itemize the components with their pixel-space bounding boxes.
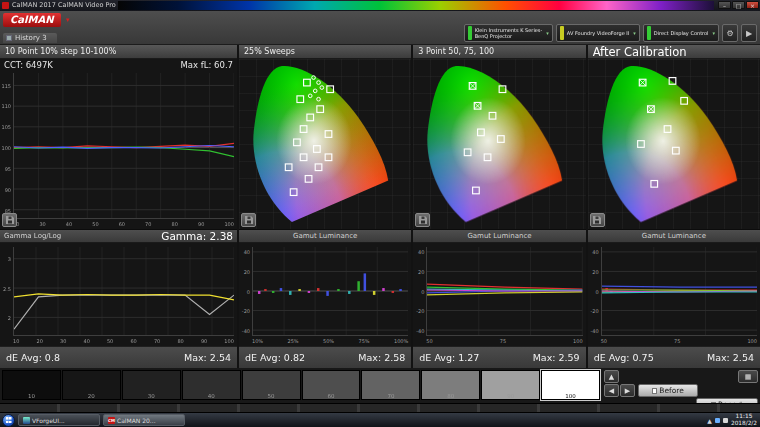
meter-dropdown[interactable]: Klein Instruments K Series- BenQ Project… <box>464 24 553 42</box>
luminance-plot <box>427 247 582 335</box>
cie-chart-area <box>588 59 760 230</box>
panel-3-point: 3 Point 50, 75, 100 Gamut Luminance 4020… <box>413 45 585 368</box>
app-label: CalMAN 20... <box>117 417 156 424</box>
pattern-tile-label: 20 <box>63 393 120 399</box>
y-axis-labels: 40200-20-40 <box>239 247 251 336</box>
axis-tick: -40 <box>590 328 598 334</box>
axis-tick: 50 <box>92 221 98 228</box>
axis-tick: 90 <box>198 221 204 228</box>
axis-tick: 100 <box>573 338 583 345</box>
de-max: Max: 2.59 <box>533 352 580 363</box>
volume-icon[interactable] <box>723 418 728 423</box>
sub-title: Gamut Luminance <box>467 232 531 240</box>
save-chart-button[interactable] <box>415 213 430 227</box>
windows-taskbar: VForgeUI... CM CalMAN 20... ▲ 11:15 2018… <box>0 412 760 427</box>
vforge-app-icon <box>23 417 30 424</box>
window-controls: – □ × <box>718 1 759 9</box>
pattern-tile-label: 80 <box>422 393 479 399</box>
pattern-tile[interactable]: 90 <box>481 370 540 400</box>
plot-area <box>252 247 408 336</box>
pattern-tile-label: 40 <box>183 393 240 399</box>
network-icon[interactable] <box>715 418 720 423</box>
x-axis-labels: 5075100 <box>426 338 582 345</box>
before-label: Before <box>659 386 684 395</box>
gamma-header: Gamma Log/Log <box>4 232 61 240</box>
pattern-tile[interactable]: 60 <box>302 370 361 400</box>
save-chart-button[interactable] <box>2 213 17 227</box>
axis-tick: 115 <box>1 83 11 89</box>
pattern-tile[interactable]: 50 <box>242 370 301 400</box>
pattern-tile[interactable]: 70 <box>361 370 420 400</box>
axis-tick: 50 <box>426 338 432 345</box>
axis-tick: 70 <box>154 338 160 345</box>
calman-logo[interactable]: CalMAN <box>3 13 61 27</box>
gamma-header-bar: Gamma Log/Log Gamma: 2.38 <box>0 230 237 243</box>
hidden-icons-chevron[interactable]: ▲ <box>707 417 712 424</box>
pattern-tile[interactable]: 30 <box>122 370 181 400</box>
cie-1931-diagram <box>590 61 758 227</box>
chart-readouts: CCT: 6497K Max fL: 60.7 <box>4 60 233 70</box>
pattern-tile[interactable]: 100 <box>541 370 600 400</box>
pattern-tile[interactable]: 20 <box>62 370 121 400</box>
maximize-button[interactable]: □ <box>732 1 745 9</box>
forward-arrow-button[interactable]: ▶ <box>620 384 635 397</box>
axis-tick: 20 <box>244 269 250 275</box>
minimize-button[interactable]: – <box>718 1 731 9</box>
axis-tick: 80 <box>177 338 183 345</box>
chevron-down-icon: ▾ <box>546 30 549 36</box>
display-dropdown[interactable]: Direct Display Control ▾ <box>643 24 719 42</box>
y-axis-labels: 115110105100959085 <box>0 73 12 219</box>
axis-tick: -20 <box>416 308 424 314</box>
axis-tick: 10% <box>252 338 263 345</box>
tab-history-3[interactable]: History 3 <box>3 33 57 43</box>
cie-chart-area <box>239 59 411 230</box>
pattern-tile-label: 10 <box>3 393 60 399</box>
back-arrow-button[interactable]: ◀ <box>604 384 619 397</box>
gamma-value: Gamma: 2.38 <box>161 230 233 242</box>
panel-25-sweeps: 25% Sweeps Gamut Luminance 40200-20-40 <box>239 45 411 368</box>
pattern-tile[interactable]: 80 <box>421 370 480 400</box>
y-axis-labels: 40200-20-40 <box>588 247 600 336</box>
axis-tick: 40 <box>244 249 250 255</box>
floppy-disk-icon <box>5 215 15 225</box>
gamma-chart: 32.52 102030405060708090100 <box>0 243 237 346</box>
de-max: Max: 2.58 <box>358 352 405 363</box>
axis-tick: 75% <box>359 338 370 345</box>
save-chart-button[interactable] <box>241 213 256 227</box>
before-button[interactable]: Before <box>638 384 698 397</box>
save-chart-button[interactable] <box>590 213 605 227</box>
pattern-grid-button[interactable]: ▦ <box>738 370 758 383</box>
settings-gear-button[interactable]: ⚙ <box>722 24 738 42</box>
chevron-down-icon: ▾ <box>712 30 715 36</box>
pattern-tile[interactable]: 40 <box>182 370 241 400</box>
taskbar-clock[interactable]: 11:15 2018/2/2 <box>731 413 757 427</box>
pattern-tile[interactable]: 10 <box>2 370 61 400</box>
de-avg: dE Avg: 0.82 <box>245 352 305 363</box>
source-line1: AV Foundry VideoForge II <box>567 30 630 36</box>
layout-icon <box>6 35 12 41</box>
max-fl-value: Max fL: 60.7 <box>181 60 234 70</box>
axis-tick: 60 <box>119 221 125 228</box>
pattern-tile-label: 30 <box>123 393 180 399</box>
gamut-luminance-header: Gamut Luminance <box>413 230 585 243</box>
logo-dropdown-icon[interactable]: ▾ <box>66 16 70 24</box>
axis-tick: 75 <box>674 338 680 345</box>
axis-tick: 10 <box>13 338 19 345</box>
taskbar-app-calman[interactable]: CM CalMAN 20... <box>103 414 185 426</box>
system-tray: ▲ 11:15 2018/2/2 <box>707 413 760 427</box>
axis-tick: 80 <box>172 221 178 228</box>
clock-time: 11:15 <box>731 413 757 420</box>
close-button[interactable]: × <box>746 1 759 9</box>
layout-panels: 10 Point 10% step 10-100% CCT: 6497K Max… <box>0 45 760 368</box>
de-avg: dE Avg: 0.75 <box>594 352 654 363</box>
start-button[interactable] <box>2 414 15 427</box>
taskbar-app-vforgeui[interactable]: VForgeUI... <box>18 414 100 426</box>
advance-button[interactable]: ▶ <box>741 24 757 42</box>
source-dropdown[interactable]: AV Foundry VideoForge II ▾ <box>556 24 640 42</box>
de-avg: dE Avg: 1.27 <box>419 352 479 363</box>
panel-title: 25% Sweeps <box>244 47 295 56</box>
axis-tick: 40 <box>66 221 72 228</box>
grayscale-pattern-strip: 102030405060708090100 <box>2 370 600 400</box>
up-arrow-button[interactable]: ▲ <box>604 370 619 383</box>
floppy-disk-icon <box>592 215 602 225</box>
